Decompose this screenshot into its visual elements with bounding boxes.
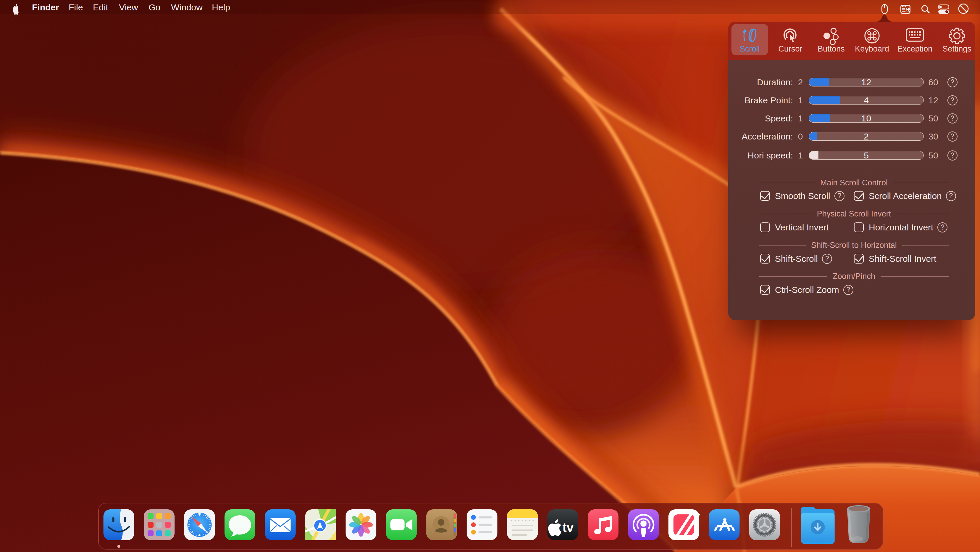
svg-text:tv: tv	[563, 521, 574, 534]
